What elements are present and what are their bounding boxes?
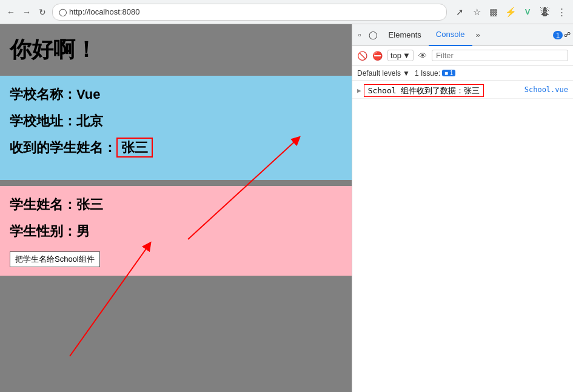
devtools-toolbar: 🚫 ⛔ top ▼ 👁 (352, 46, 573, 65)
puzzle-icon[interactable]: ⛇ (538, 5, 551, 19)
badge-icon: ☍ (564, 31, 571, 39)
student-name-highlight: 张三 (116, 138, 153, 158)
settings-icon[interactable]: ⚡ (504, 5, 517, 19)
filter-input[interactable] (432, 50, 568, 61)
toolbar-right-icons: ➚ ☆ ▩ ⚡ V ⛇ ⋮ (453, 5, 568, 19)
devtools-inspect-icon[interactable]: ▫ (355, 24, 365, 46)
clear-console-icon[interactable]: 🚫 (357, 51, 367, 61)
issue-count-icon[interactable]: ■ 1 (442, 70, 455, 76)
camera-icon[interactable]: ▩ (487, 5, 500, 19)
refresh-button[interactable]: ↻ (36, 6, 49, 18)
context-selector[interactable]: top ▼ (387, 50, 414, 61)
student-gender: 学生性别：男 (10, 222, 342, 241)
school-name: 学校名称：Vue (10, 85, 342, 104)
block-icon[interactable]: ⛔ (372, 51, 383, 61)
browser-window: ← → ↻ ◯ http://localhost:8080 ➚ ☆ ▩ ⚡ V … (0, 0, 573, 392)
devtools-device-icon[interactable]: ◯ (365, 24, 381, 46)
devtools-more[interactable]: » (472, 30, 484, 39)
page-header: 你好啊！ (0, 24, 352, 76)
context-label: top (390, 51, 401, 60)
school-component: 学校名称：Vue 学校地址：北京 收到的学生姓名：张三 (0, 76, 352, 180)
lock-icon: ◯ (59, 8, 67, 16)
url-text: http://localhost:8080 (69, 7, 139, 16)
levels-chevron-icon: ▼ (403, 69, 410, 78)
student-component: 学生姓名：张三 学生性别：男 把学生名给School组件 (0, 186, 352, 276)
source-link[interactable]: School.vue (524, 85, 568, 94)
console-text: School 组件收到了数据：张三 (364, 85, 520, 96)
default-levels-button[interactable]: Default levels ▼ (357, 69, 410, 78)
back-button[interactable]: ← (5, 6, 17, 18)
console-output: ▶ School 组件收到了数据：张三 School.vue (352, 81, 573, 392)
star-icon[interactable]: ☆ (470, 5, 483, 19)
inspect-icon: ▫ (358, 30, 361, 39)
separator (0, 180, 352, 186)
issue-badge: 1 Issue: ■ 1 (415, 69, 455, 78)
page-title: 你好啊！ (10, 35, 342, 65)
menu-icon[interactable]: ⋮ (555, 5, 568, 19)
share-icon[interactable]: ➚ (453, 5, 466, 19)
devtools-badge: 1 (553, 31, 563, 39)
tab-elements[interactable]: Elements (381, 24, 429, 46)
device-icon: ◯ (369, 30, 378, 39)
student-name: 学生姓名：张三 (10, 196, 342, 214)
console-message-box: School 组件收到了数据：张三 (364, 84, 484, 97)
expand-icon[interactable]: ▶ (357, 87, 361, 95)
forward-button[interactable]: → (21, 6, 33, 18)
address-bar[interactable]: ◯ http://localhost:8080 (52, 4, 447, 21)
content-area: 你好啊！ 学校名称：Vue 学校地址：北京 收到的学生姓名：张三 学生姓名：张三… (0, 24, 573, 392)
tab-console[interactable]: Console (429, 24, 472, 46)
school-student-label: 收到的学生姓名：张三 (10, 139, 342, 157)
console-entry: ▶ School 组件收到了数据：张三 School.vue (352, 84, 573, 99)
chevron-down-icon: ▼ (403, 51, 410, 60)
devtools-levels-bar: Default levels ▼ 1 Issue: ■ 1 (352, 65, 573, 81)
vuejs-icon[interactable]: V (521, 5, 534, 19)
school-address: 学校地址：北京 (10, 112, 342, 130)
devtools-tabs: ▫ ◯ Elements Console » 1 ☍ (352, 24, 573, 46)
eye-icon[interactable]: 👁 (418, 51, 427, 61)
webpage: 你好啊！ 学校名称：Vue 学校地址：北京 收到的学生姓名：张三 学生姓名：张三… (0, 24, 352, 392)
browser-toolbar: ← → ↻ ◯ http://localhost:8080 ➚ ☆ ▩ ⚡ V … (0, 0, 573, 24)
send-name-button[interactable]: 把学生名给School组件 (10, 251, 100, 267)
devtools-panel: ▫ ◯ Elements Console » 1 ☍ 🚫 ⛔ (352, 24, 573, 392)
